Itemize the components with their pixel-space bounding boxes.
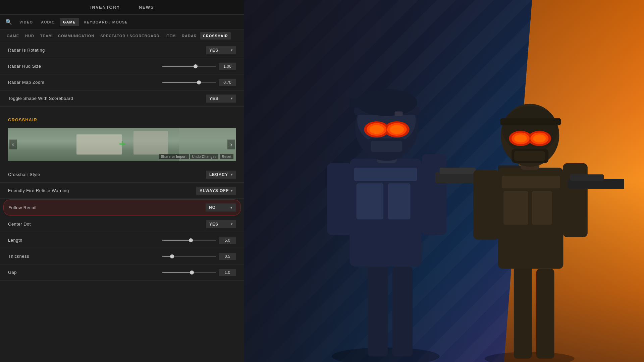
radar-map-zoom-control [162,79,236,86]
toggle-shape-dropdown[interactable]: YES ▾ [206,95,236,103]
subtab-hud[interactable]: HUD [22,32,37,40]
sub-tabs: GAME HUD TEAM COMMUNICATION SPECTATOR / … [0,29,244,42]
svg-rect-5 [357,183,383,219]
length-slider-track[interactable] [162,240,216,241]
svg-rect-10 [440,168,476,174]
crosshair-style-dropdown[interactable]: LEGACY ▾ [206,171,236,179]
radar-hud-size-slider-fill [162,66,196,67]
subtab-game[interactable]: GAME [4,32,22,40]
thickness-slider-thumb [170,254,174,258]
center-dot-dropdown[interactable]: YES ▾ [206,220,236,228]
subtab-crosshair[interactable]: CROSSHAIR [200,32,231,40]
gap-value[interactable] [219,269,236,276]
thickness-value[interactable] [219,253,236,260]
setting-row-thickness: Thickness [0,248,244,264]
radar-map-zoom-value[interactable] [219,79,236,86]
svg-rect-1 [368,257,388,356]
reset-button[interactable]: Reset [220,154,233,159]
crosshair-section-header: Crosshair [0,112,244,125]
chevron-down-icon: ▾ [231,48,233,52]
svg-rect-32 [503,191,528,225]
crosshair-style-control: LEGACY ▾ [206,171,236,179]
radar-map-zoom-slider-track[interactable] [162,82,216,83]
subtab-item[interactable]: ITEM [163,32,178,40]
center-dot-label: Center Dot [8,222,31,227]
top-nav: INVENTORY NEWS [0,0,244,15]
svg-rect-4 [354,168,417,181]
undo-changes-button[interactable]: Undo Changes [190,154,219,159]
radar-map-zoom-slider-thumb [197,80,201,84]
tab-keyboard-mouse[interactable]: KEYBOARD / MOUSE [80,18,131,26]
chevron-down-icon-2: ▾ [231,97,233,100]
length-slider-thumb [189,238,193,242]
length-value[interactable] [219,237,236,244]
setting-row-crosshair-style: Crosshair Style LEGACY ▾ [0,167,244,183]
setting-row-radar-map-zoom: Radar Map Zoom [0,74,244,90]
toggle-shape-control: YES ▾ [206,95,236,103]
svg-point-20 [390,125,404,134]
radar-hud-size-slider-thumb [194,64,198,68]
gap-slider-track[interactable] [162,272,216,273]
search-icon[interactable]: 🔍 [5,19,12,25]
subtab-radar[interactable]: RADAR [179,32,200,40]
game-art [244,0,644,362]
setting-row-center-dot: Center Dot YES ▾ [0,216,244,232]
svg-rect-6 [388,183,410,219]
radar-hud-size-value[interactable] [219,63,236,70]
subtab-communication[interactable]: COMMUNICATION [55,32,97,40]
follow-recoil-dropdown[interactable]: NO ▾ [206,203,236,212]
setting-row-length: Length [0,232,244,248]
crosshair-prev-button[interactable]: ‹ [9,140,17,149]
friendly-fire-control: ALWAYS OFF ▾ [196,187,236,195]
center-dot-control: YES ▾ [206,220,236,228]
gap-slider-thumb [190,270,194,275]
svg-rect-23 [350,98,374,108]
svg-rect-49 [514,151,545,161]
chevron-down-icon-4: ▾ [231,189,233,192]
svg-rect-34 [473,170,499,240]
radar-is-rotating-dropdown[interactable]: YES ▾ [206,46,236,54]
svg-rect-37 [570,174,604,181]
radar-hud-size-slider-track[interactable] [162,66,216,67]
radar-map-zoom-slider-fill [162,82,199,83]
gap-control [162,269,236,276]
gap-label: Gap [8,270,17,275]
length-control [162,237,236,244]
nav-item-inventory[interactable]: INVENTORY [88,3,123,11]
subtab-spectator-scoreboard[interactable]: SPECTATOR / SCOREBOARD [98,32,162,40]
svg-rect-31 [502,176,560,188]
friendly-fire-label: Friendly Fire Reticle Warning [8,188,69,193]
chevron-down-icon-3: ▾ [231,173,233,176]
svg-point-46 [533,134,546,142]
settings-tabs: 🔍 VIDEO AUDIO GAME KEYBOARD / MOUSE [0,15,244,29]
thickness-label: Thickness [8,254,29,259]
share-import-button[interactable]: Share or Import [159,154,189,159]
subtab-team[interactable]: TEAM [38,32,55,40]
radar-map-zoom-label: Radar Map Zoom [8,80,44,85]
crosshair-next-button[interactable]: › [227,140,235,149]
tab-video[interactable]: VIDEO [16,18,36,26]
follow-recoil-control: NO ▾ [206,203,236,212]
svg-rect-26 [394,112,402,116]
toggle-shape-label: Toggle Shape With Scoreboard [8,96,73,101]
svg-rect-8 [422,154,446,235]
characters-svg [264,36,624,362]
crosshair-preview-container: ‹ › ✛ Share or Import Undo Changes Reset [8,128,236,161]
tab-audio[interactable]: AUDIO [38,18,58,26]
crosshair-actions: Share or Import Undo Changes Reset [159,154,233,159]
follow-recoil-label: Follow Recoil [8,205,37,210]
thickness-control [162,253,236,260]
svg-point-40 [502,106,558,153]
tab-game[interactable]: GAME [60,18,79,26]
crosshair-style-label: Crosshair Style [8,172,40,177]
radar-hud-size-control [162,63,236,70]
thickness-slider-track[interactable] [162,256,216,257]
length-label: Length [8,238,22,243]
svg-rect-35 [563,163,588,237]
nav-item-news[interactable]: NEWS [136,3,157,11]
friendly-fire-dropdown[interactable]: ALWAYS OFF ▾ [196,187,236,195]
radar-is-rotating-label: Radar Is Rotating [8,48,45,53]
svg-point-45 [514,134,527,142]
setting-row-toggle-shape: Toggle Shape With Scoreboard YES ▾ [0,90,244,107]
radar-is-rotating-control: YES ▾ [206,46,236,54]
